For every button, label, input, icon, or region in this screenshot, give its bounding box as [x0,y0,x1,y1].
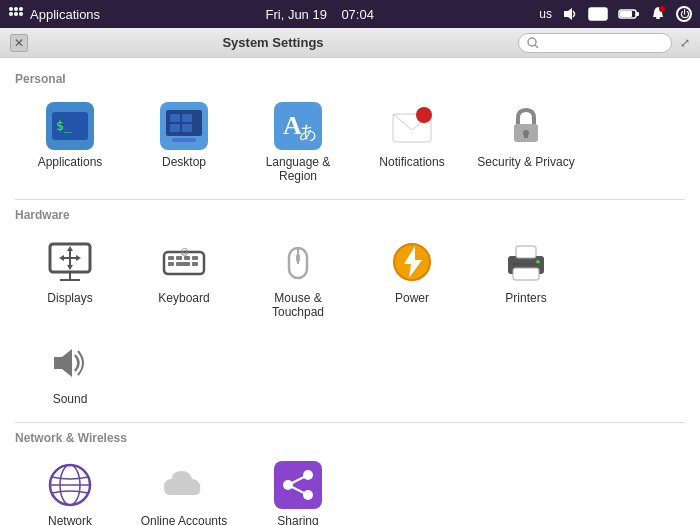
section-label-hardware: Hardware [15,208,685,222]
settings-item-online-accounts[interactable]: Online Accounts [129,453,239,525]
battery-icon[interactable] [618,8,640,20]
printers-icon [502,238,550,286]
svg-rect-51 [192,262,198,266]
svg-point-1 [14,7,18,11]
settings-item-sharing[interactable]: Sharing [243,453,353,525]
sound-label: Sound [53,392,88,406]
svg-point-14 [659,6,665,12]
topbar-right: us ⏻ [539,6,692,22]
svg-point-2 [19,7,23,11]
sound-icon [46,339,94,387]
sharing-icon [274,461,322,509]
svg-point-15 [528,38,536,46]
svg-rect-45 [168,256,174,260]
svg-marker-42 [59,255,64,261]
settings-item-sound[interactable]: Sound [15,331,125,414]
svg-rect-21 [166,110,202,136]
network-icon [46,461,94,509]
settings-item-keyboard[interactable]: @ Keyboard [129,230,239,327]
keyboard-label: Keyboard [158,291,209,305]
svg-point-4 [14,12,18,16]
svg-rect-23 [170,114,180,122]
applications-label: Applications [38,155,103,169]
settings-item-security[interactable]: Security & Privacy [471,94,581,191]
settings-item-language[interactable]: A あ Language & Region [243,94,353,191]
svg-rect-48 [192,256,198,260]
topbar-lang[interactable]: us [539,7,552,21]
svg-point-0 [9,7,13,11]
divider-hardware [15,422,685,423]
settings-item-applications[interactable]: $_ Applications [15,94,125,191]
settings-item-power[interactable]: Power [357,230,467,327]
svg-rect-60 [513,268,539,280]
language-label: Language & Region [247,155,349,183]
svg-rect-50 [176,262,190,266]
security-icon [502,102,550,150]
section-network: Network & Wireless Network [15,431,685,525]
svg-point-62 [536,260,540,264]
svg-marker-6 [564,8,572,20]
svg-rect-22 [172,138,196,142]
svg-marker-41 [67,265,73,270]
displays-icon [46,238,94,286]
svg-marker-40 [67,246,73,251]
settings-item-printers[interactable]: Printers [471,230,581,327]
svg-rect-24 [182,114,192,122]
volume-icon[interactable] [562,6,578,22]
svg-rect-26 [182,124,192,132]
settings-item-notifications[interactable]: Notifications [357,94,467,191]
settings-item-desktop[interactable]: Desktop [129,94,239,191]
svg-marker-64 [54,349,72,377]
svg-rect-61 [516,246,536,258]
apps-menu-icon[interactable] [8,6,24,22]
section-personal: Personal $_ Applications [15,72,685,191]
svg-rect-68 [274,461,322,509]
desktop-label: Desktop [162,155,206,169]
svg-rect-25 [170,124,180,132]
power-icon [388,238,436,286]
svg-rect-12 [636,12,639,16]
svg-marker-43 [76,255,81,261]
hardware-grid: Displays @ [15,230,685,414]
notifications-icon [388,102,436,150]
search-input[interactable] [543,36,663,50]
mouse-label: Mouse & Touchpad [247,291,349,319]
topbar-left: Applications [8,6,100,22]
svg-rect-34 [524,133,528,138]
sharing-label: Sharing [277,514,318,525]
settings-item-network[interactable]: Network [15,453,125,525]
topbar-time: 07:04 [341,7,374,22]
settings-item-displays[interactable]: Displays [15,230,125,327]
online-accounts-label: Online Accounts [141,514,228,525]
search-icon [527,37,539,49]
notifications-label: Notifications [379,155,444,169]
network-label: Network [48,514,92,525]
window-title: System Settings [28,35,518,50]
section-label-network: Network & Wireless [15,431,685,445]
svg-point-3 [9,12,13,16]
svg-text:$_: $_ [56,118,72,133]
expand-icon[interactable]: ⤢ [680,36,690,50]
search-bar [518,33,672,53]
svg-rect-7 [589,8,607,20]
svg-point-5 [19,12,23,16]
topbar: Applications Fri, Jun 19 07:04 us [0,0,700,28]
topbar-center: Fri, Jun 19 07:04 [100,7,539,22]
personal-grid: $_ Applications [15,94,685,191]
applications-icon: $_ [46,102,94,150]
power-label: Power [395,291,429,305]
notification-icon[interactable] [650,6,666,22]
settings-item-mouse[interactable]: Mouse & Touchpad [243,230,353,327]
security-label: Security & Privacy [477,155,574,169]
svg-text:あ: あ [299,122,317,142]
printers-label: Printers [505,291,546,305]
close-button[interactable]: ✕ [10,34,28,52]
desktop-icon [160,102,208,150]
svg-rect-11 [620,11,632,17]
keyboard-icon[interactable] [588,7,608,21]
section-label-personal: Personal [15,72,685,86]
power-button[interactable]: ⏻ [676,6,692,22]
svg-rect-13 [656,17,660,19]
topbar-app-label[interactable]: Applications [30,7,100,22]
online-accounts-icon [160,461,208,509]
